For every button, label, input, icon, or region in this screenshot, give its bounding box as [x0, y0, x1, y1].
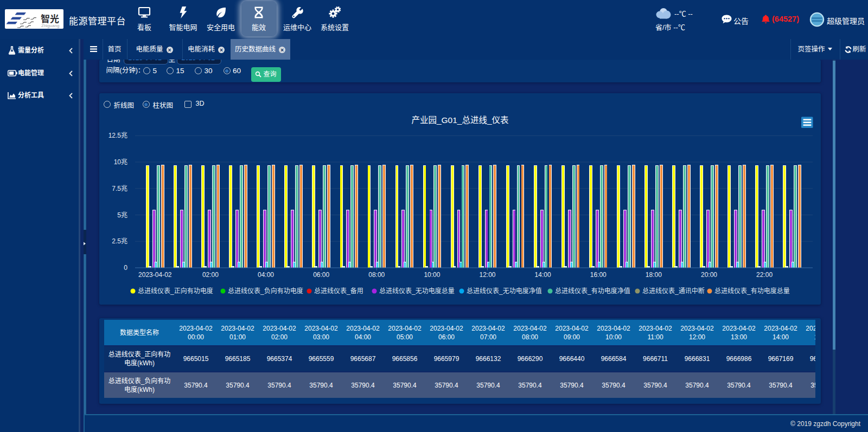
svg-text:总进线仪表_有功电度总量: 总进线仪表_有功电度总量: [714, 287, 790, 295]
svg-text:14:00: 14:00: [534, 271, 551, 279]
svg-text:20:00: 20:00: [700, 271, 717, 279]
svg-text:产业园_G01_总进线_仪表: 产业园_G01_总进线_仪表: [411, 115, 508, 125]
svg-text:10:00: 10:00: [424, 271, 440, 279]
svg-text:16:00: 16:00: [590, 271, 606, 279]
svg-text:0: 0: [124, 264, 127, 272]
svg-text:2023-04-02: 2023-04-02: [138, 271, 172, 279]
svg-text:智光: 智光: [41, 14, 59, 24]
svg-text:总进线仪表_无功电度净值: 总进线仪表_无功电度净值: [467, 287, 542, 295]
svg-text:04:00: 04:00: [258, 271, 274, 279]
svg-text:08:00: 08:00: [368, 271, 385, 279]
svg-text:18:00: 18:00: [645, 271, 661, 279]
svg-text:22:00: 22:00: [756, 271, 773, 279]
svg-text:总进线仪表_无功电度总量: 总进线仪表_无功电度总量: [379, 287, 455, 295]
svg-text:12:00: 12:00: [479, 271, 495, 279]
svg-text:10兆: 10兆: [113, 158, 127, 166]
svg-text:12.5兆: 12.5兆: [108, 132, 127, 139]
svg-text:5兆: 5兆: [117, 211, 127, 219]
svg-text:总进线仪表_有功电度净值: 总进线仪表_有功电度净值: [555, 287, 630, 295]
svg-text:总进线仪表_负向有功电度: 总进线仪表_负向有功电度: [228, 287, 303, 295]
svg-text:06:00: 06:00: [313, 271, 329, 279]
svg-text:2.5兆: 2.5兆: [112, 237, 127, 245]
svg-text:7.5兆: 7.5兆: [112, 185, 127, 192]
svg-text:总进线仪表_正向有功电度: 总进线仪表_正向有功电度: [138, 287, 213, 295]
svg-text:02:00: 02:00: [202, 271, 218, 279]
svg-text:总进线仪表_备用: 总进线仪表_备用: [314, 287, 363, 295]
svg-text:Zhiguang: Zhiguang: [41, 23, 59, 28]
svg-text:总进线仪表_通讯中断: 总进线仪表_通讯中断: [642, 287, 705, 295]
